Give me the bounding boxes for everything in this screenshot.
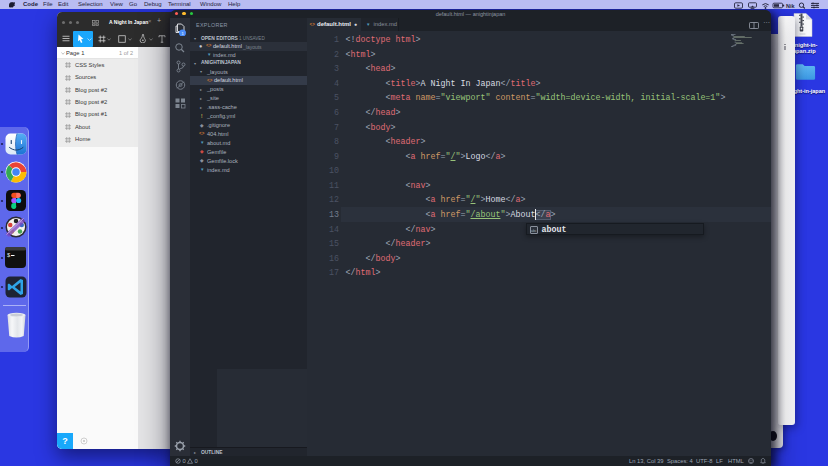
svg-text:Nik: Nik <box>786 2 796 8</box>
